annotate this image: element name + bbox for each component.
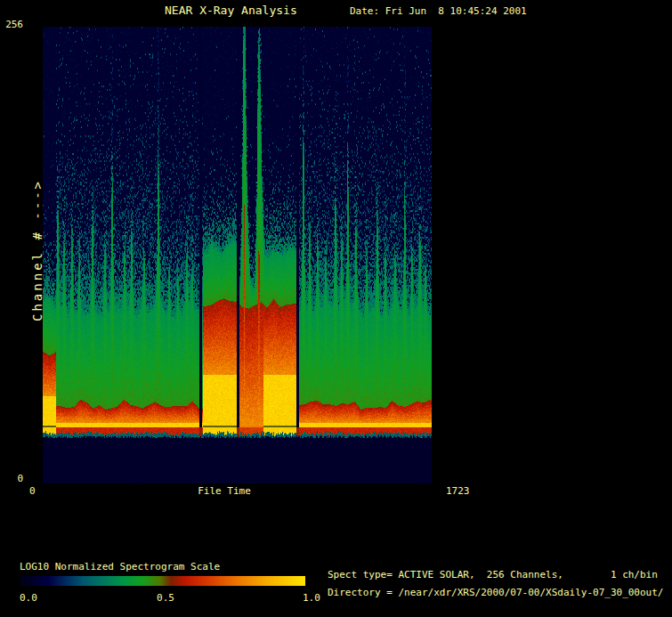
spectrogram-canvas — [43, 27, 432, 483]
x-axis-min-label: 0 — [29, 485, 36, 497]
date-label: Date: Fri Jun 8 10:45:24 2001 — [350, 5, 527, 17]
spect-type-line: Spect type= ACTIVE SOLAR, 256 Channels, … — [328, 569, 658, 580]
y-axis-min-label: 0 — [0, 473, 23, 484]
y-axis-max-label: 256 — [0, 19, 23, 30]
colorbar-tick-max: 1.0 — [303, 592, 320, 604]
directory-line: Directory = /near/xdr/XRS/2000/07-00/XSd… — [328, 587, 664, 598]
x-axis-max-label: 1723 — [446, 485, 470, 497]
colorbar-tick-min: 0.0 — [20, 592, 37, 604]
page-title: NEAR X-Ray Analysis — [165, 4, 297, 17]
x-axis-title: File Time — [198, 485, 251, 497]
colorbar-tick-mid: 0.5 — [157, 592, 174, 604]
colorbar-title: LOG10 Normalized Spectrogram Scale — [20, 561, 220, 572]
colorbar-canvas — [20, 576, 305, 586]
y-axis-title: Channel # ---> — [32, 179, 44, 321]
